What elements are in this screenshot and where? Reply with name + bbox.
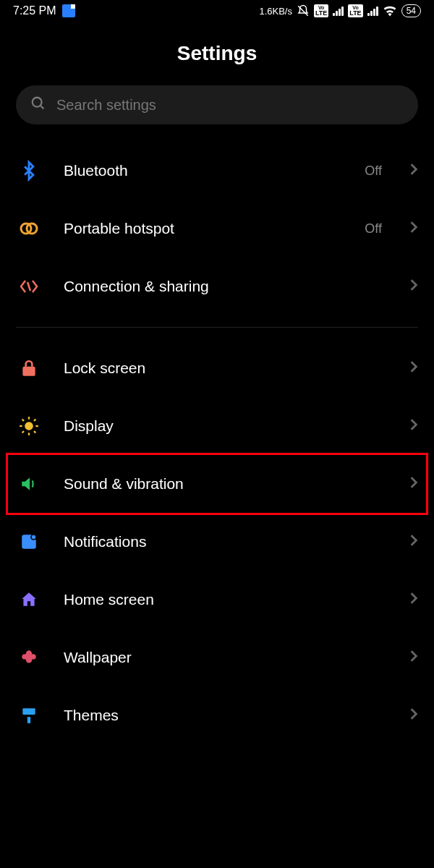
- row-value: Off: [365, 221, 382, 237]
- chevron-right-icon: [409, 707, 418, 723]
- svg-line-13: [22, 431, 24, 433]
- row-sound-vibration[interactable]: Sound & vibration: [6, 453, 428, 515]
- search-input[interactable]: Search settings: [16, 85, 418, 124]
- paint-roller-icon: [16, 702, 42, 728]
- chevron-right-icon: [409, 278, 418, 294]
- hotspot-icon: [16, 216, 42, 242]
- row-connection-sharing[interactable]: Connection & sharing: [0, 258, 434, 315]
- volte-badge-2: VoLTE: [348, 4, 362, 17]
- lock-icon: [16, 355, 42, 381]
- status-data-rate: 1.6KB/s: [259, 6, 292, 17]
- row-display[interactable]: Display: [0, 397, 434, 455]
- row-themes[interactable]: Themes: [0, 686, 434, 744]
- speaker-icon: [16, 471, 42, 497]
- row-label: Sound & vibration: [64, 475, 388, 493]
- chevron-right-icon: [409, 360, 418, 376]
- svg-line-12: [34, 431, 35, 433]
- divider: [16, 327, 418, 328]
- svg-line-2: [41, 106, 44, 109]
- volte-badge-1: VoLTE: [314, 4, 328, 17]
- chevron-right-icon: [409, 418, 418, 434]
- row-label: Bluetooth: [64, 162, 343, 179]
- chevron-right-icon: [409, 221, 418, 237]
- row-home-screen[interactable]: Home screen: [0, 571, 434, 629]
- row-wallpaper[interactable]: Wallpaper: [0, 629, 434, 686]
- chevron-right-icon: [409, 163, 418, 179]
- row-notifications[interactable]: Notifications: [0, 513, 434, 571]
- search-placeholder: Search settings: [56, 97, 156, 114]
- chevron-right-icon: [409, 476, 418, 492]
- signal-bars-1: [333, 6, 344, 16]
- battery-indicator: 54: [401, 4, 421, 17]
- row-label: Home screen: [64, 591, 388, 608]
- row-label: Lock screen: [64, 359, 388, 377]
- sun-icon: [16, 413, 42, 439]
- status-time: 7:25 PM: [13, 4, 56, 17]
- flower-icon: [16, 644, 42, 671]
- row-bluetooth[interactable]: Bluetooth Off: [0, 142, 434, 200]
- row-label: Notifications: [64, 533, 388, 550]
- status-bar: 7:25 PM 1.6KB/s VoLTE VoLTE 54: [0, 0, 434, 20]
- chevron-right-icon: [409, 650, 418, 665]
- settings-list: Bluetooth Off Portable hotspot Off Conne…: [0, 142, 434, 744]
- svg-point-17: [32, 535, 35, 539]
- files-app-icon: [62, 4, 75, 17]
- row-label: Portable hotspot: [64, 220, 343, 237]
- page-title: Settings: [0, 42, 434, 65]
- row-label: Wallpaper: [64, 649, 388, 666]
- chevron-right-icon: [409, 534, 418, 550]
- svg-rect-18: [22, 708, 35, 715]
- signal-bars-2: [367, 6, 378, 16]
- svg-point-6: [25, 422, 33, 430]
- bluetooth-icon: [16, 158, 42, 184]
- svg-line-11: [22, 420, 24, 421]
- row-value: Off: [365, 163, 382, 179]
- row-label: Themes: [64, 707, 388, 724]
- wifi-icon: [383, 5, 397, 17]
- search-icon: [30, 95, 46, 114]
- connection-sharing-icon: [16, 273, 42, 299]
- row-label: Display: [64, 417, 388, 435]
- svg-point-1: [33, 98, 42, 107]
- dnd-off-icon: [297, 4, 310, 17]
- row-hotspot[interactable]: Portable hotspot Off: [0, 200, 434, 258]
- chevron-right-icon: [409, 592, 418, 608]
- svg-line-14: [34, 420, 35, 421]
- notifications-icon: [16, 529, 42, 555]
- row-label: Connection & sharing: [64, 278, 388, 295]
- row-lock-screen[interactable]: Lock screen: [0, 339, 434, 397]
- svg-rect-5: [22, 367, 35, 376]
- home-icon: [16, 587, 42, 613]
- svg-rect-19: [27, 717, 30, 723]
